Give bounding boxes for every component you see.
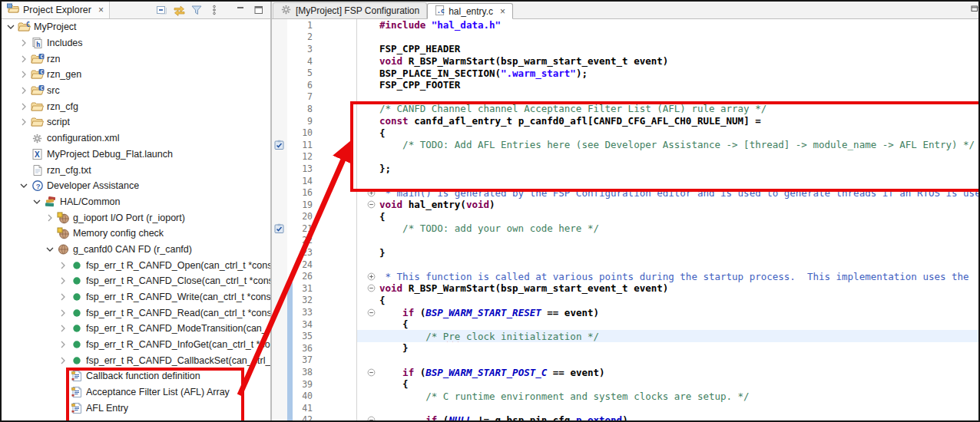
tree-item[interactable]: configuration.xml [2, 130, 270, 147]
chevron-expanded-icon[interactable] [31, 196, 43, 208]
gutter-spacer [313, 115, 357, 127]
tree-item[interactable]: Csrc [2, 83, 270, 99]
tree-item[interactable]: Crzn [2, 51, 270, 67]
range-indicator [287, 378, 293, 391]
tab-fsp-configuration[interactable]: [MyProject] FSP Configuration [273, 2, 427, 18]
tree-item[interactable]: g_ioport I/O Port (r_ioport) [2, 209, 270, 226]
chevron-collapsed-icon[interactable] [57, 291, 69, 303]
code-text[interactable]: void R_BSP_WarmStart(bsp_warm_start_even… [377, 55, 978, 67]
minimize-icon[interactable] [233, 3, 249, 17]
close-icon[interactable]: × [98, 5, 104, 15]
restore-icon[interactable] [971, 2, 978, 15]
code-text[interactable]: BSP_PLACE_IN_SECTION(".warm_start"); [377, 68, 978, 79]
tree-item[interactable]: fsp_err_t R_CANFD_Close(can_ctrl_t *cons… [2, 273, 270, 289]
code-text[interactable]: * main() is generated by the FSP Configu… [377, 187, 978, 199]
tree-item[interactable]: rzn_cfg [2, 98, 270, 114]
code-text[interactable]: } [377, 342, 978, 354]
tree-item-label: g_canfd0 CAN FD (r_canfd) [73, 244, 192, 255]
fold-minus-icon[interactable] [357, 284, 377, 292]
code-text[interactable]: if (BSP_WARM_START_RESET == event) [377, 307, 978, 318]
chevron-collapsed-icon[interactable] [57, 307, 69, 319]
tree-item[interactable]: Acceptance Filter List (AFL) Array [2, 384, 270, 401]
tree-item[interactable]: HAL/Common [2, 194, 270, 210]
fold-minus-icon[interactable] [357, 200, 377, 209]
code-text[interactable]: const canfd_afl_entry_t p_canfd0_afl[CAN… [377, 115, 978, 127]
code-text[interactable]: if (BSP_WARM_START_POST_C == event) [377, 367, 978, 378]
filter-icon[interactable] [189, 3, 204, 17]
code-line: 7 [272, 91, 978, 104]
code-text[interactable]: /* Pre clock initialization */ [377, 331, 978, 342]
chevron-collapsed-icon[interactable] [18, 84, 30, 97]
maximize-icon[interactable] [251, 3, 267, 17]
tree-item[interactable]: hIncludes [2, 35, 270, 51]
chevron-collapsed-icon[interactable] [18, 37, 30, 49]
code-text[interactable]: FSP_CPP_HEADER [377, 43, 978, 54]
marker-gutter [272, 91, 287, 104]
code-text[interactable]: * This function is called at various poi… [377, 271, 978, 282]
fold-minus-icon[interactable] [357, 308, 377, 317]
tree-item[interactable]: XMyProject Debug_Flat.launch [2, 147, 270, 163]
tree-item[interactable]: fsp_err_t R_CANFD_Open(can_ctrl_t *const… [2, 257, 270, 273]
code-text[interactable]: /* C runtime environment and system cloc… [377, 391, 978, 402]
tree-item[interactable]: fsp_err_t R_CANFD_Read(can_ctrl_t *const… [2, 305, 270, 321]
chevron-collapsed-icon[interactable] [57, 259, 69, 272]
chevron-collapsed-icon[interactable] [18, 53, 30, 65]
chevron-collapsed-icon[interactable] [57, 338, 69, 351]
code-text[interactable]: if (NULL != g_bsp_pin_cfg.p_extend) [377, 414, 978, 422]
fold-minus-icon[interactable] [357, 416, 377, 422]
chevron-collapsed-icon[interactable] [57, 275, 69, 287]
code-text[interactable]: }; [377, 163, 978, 174]
chevron-expanded-icon[interactable] [18, 180, 30, 192]
chevron-collapsed-icon[interactable] [18, 116, 30, 128]
tree-item[interactable]: script [2, 114, 270, 130]
task-marker-icon[interactable] [272, 139, 287, 151]
tree-item[interactable]: ?Developer Assistance [2, 178, 270, 194]
close-icon[interactable]: × [500, 6, 505, 17]
textfile-icon [30, 164, 45, 176]
code-text[interactable]: void hal_entry(void) [377, 199, 978, 210]
code-text[interactable]: { [377, 318, 978, 330]
chevron-expanded-icon[interactable] [5, 21, 17, 33]
tab-hal-entry-c[interactable]: .c hal_entry.c × [427, 3, 513, 19]
fold-minus-icon[interactable] [357, 368, 377, 377]
tree-item[interactable]: fsp_err_t R_CANFD_ModeTransition(can_ctr… [2, 321, 270, 337]
tree-item[interactable]: g_canfd0 CAN FD (r_canfd) [2, 242, 270, 258]
chevron-collapsed-icon[interactable] [18, 101, 30, 113]
code-text[interactable]: #include "hal_data.h" [377, 19, 978, 31]
code-text[interactable]: FSP_CPP_FOOTER [377, 79, 978, 91]
tree-item[interactable]: rzn_cfg.txt [2, 162, 270, 178]
fold-plus-icon[interactable] [357, 189, 377, 197]
tab-project-explorer[interactable]: Project Explorer × [2, 2, 110, 18]
tree-item[interactable]: Memory config check [2, 226, 270, 242]
task-marker-icon[interactable] [272, 223, 287, 235]
code-text[interactable]: void R_BSP_WarmStart(bsp_warm_start_even… [377, 282, 978, 294]
tree-item[interactable]: fsp_err_t R_CANFD_InfoGet(can_ctrl_t *co… [2, 337, 270, 353]
code-text[interactable]: /* TODO: Add AFL Entries here (see Devel… [377, 139, 978, 150]
tree-item[interactable]: AFL Entry [2, 401, 270, 417]
code-text[interactable]: /* CANFD Channel channel Acceptance Filt… [377, 103, 978, 114]
fold-plus-icon[interactable] [357, 272, 377, 281]
tree-item[interactable]: Callback function definition [2, 368, 270, 384]
chevron-expanded-icon[interactable] [44, 243, 56, 256]
collapse-all-icon[interactable] [154, 3, 169, 17]
code-editor[interactable]: 1#include "hal_data.h"23FSP_CPP_HEADER4v… [272, 19, 978, 422]
code-text[interactable]: { [377, 378, 978, 390]
tree-item[interactable]: CMyProject [2, 19, 270, 35]
tree-item[interactable]: fsp_err_t R_CANFD_CallbackSet(can_ctrl_t… [2, 352, 270, 368]
marker-gutter [272, 151, 287, 163]
view-menu-icon[interactable] [207, 3, 222, 17]
gutter-spacer [313, 19, 357, 31]
code-text[interactable]: } [377, 247, 978, 259]
chevron-spacer [57, 402, 69, 414]
code-text[interactable]: { [377, 295, 978, 306]
code-text[interactable]: { [377, 127, 978, 139]
chevron-collapsed-icon[interactable] [44, 212, 56, 224]
chevron-collapsed-icon[interactable] [57, 354, 69, 367]
tree-item[interactable]: fsp_err_t R_CANFD_Write(can_ctrl_t *cons… [2, 289, 270, 305]
chevron-collapsed-icon[interactable] [57, 322, 69, 335]
link-with-editor-icon[interactable] [171, 3, 187, 17]
code-text[interactable]: { [377, 211, 978, 223]
code-text[interactable]: /* TODO: add your own code here */ [377, 223, 978, 234]
chevron-collapsed-icon[interactable] [18, 68, 30, 81]
tree-item[interactable]: Crzn_gen [2, 67, 270, 83]
